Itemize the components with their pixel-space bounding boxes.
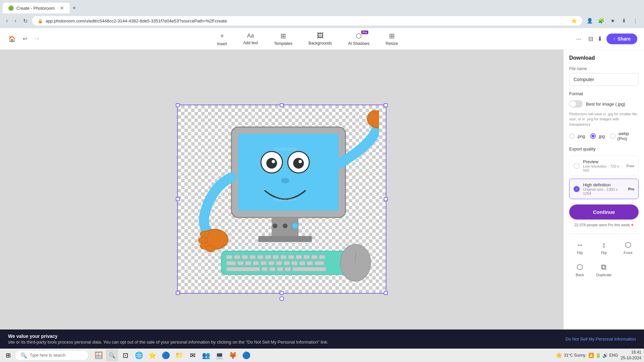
taskbar-apps: 🪟 🔍 ⊡ 🌐 ⭐ 🔵 📁 ✉ 👥 💻 🦊 🔵 [93,349,252,361]
lang-indicator[interactable]: ENG [609,353,618,358]
handle-bottom-right[interactable] [384,291,388,295]
rotate-handle[interactable] [279,296,284,301]
undo-button[interactable]: ↩ [20,34,30,44]
handle-bottom-left[interactable] [176,291,180,295]
add-text-tool[interactable]: Aa Add text [240,31,261,47]
clock-date: 25-10-2024 [621,355,641,361]
taskbar-app-teams[interactable]: 👥 [200,349,212,361]
tab-close-button[interactable]: ✕ [60,5,64,11]
svg-rect-34 [285,267,291,271]
taskbar-app-chrome[interactable]: 🔵 [160,349,172,361]
download-button[interactable]: ⬇ [597,35,602,43]
taskbar-app-firefox[interactable]: 🦊 [227,349,239,361]
share-button[interactable]: ↑ Share [606,34,637,44]
taskbar-app-windows[interactable]: 🪟 [93,349,105,361]
clock-time: 16:41 [621,350,641,355]
url-bar[interactable]: 🔒 app.photoroom.com/u/edit/c5448cc2-3144… [32,16,582,25]
taskbar-app-task-view[interactable]: ⊡ [119,349,131,361]
volume-icon[interactable]: 🔊 [602,353,608,358]
browser-tab-active[interactable]: 🟢 Create - Photoroom ✕ [3,3,70,13]
pro-badge: Pro [361,31,368,34]
browser-menu-icon[interactable]: ⋮ [631,16,640,25]
bookmark-icon[interactable]: ★ [608,16,617,25]
backgrounds-label: Backgrounds [309,41,332,46]
network-icon[interactable]: 🔼 [588,353,594,358]
start-button[interactable]: ⊞ [3,350,13,361]
privacy-text-block: We value your privacy site or its third-… [8,334,328,345]
reload-button[interactable]: ↻ [21,16,30,25]
ai-shadows-tool[interactable]: ⬡ Pro AI Shadows [345,31,372,47]
taskbar-app-star[interactable]: ⭐ [146,349,158,361]
profiles-icon[interactable]: 👤 [585,16,594,25]
handle-middle-left[interactable] [176,197,180,201]
svg-rect-6 [234,255,240,259]
flip-vertical-tool[interactable]: ↕ Flip [593,238,615,257]
front-tool[interactable]: ⬡ Front [617,238,639,257]
battery-icon[interactable]: 🔋 [595,353,601,358]
home-button[interactable]: 🏠 [7,34,17,44]
svg-rect-26 [291,261,298,265]
new-tab-button[interactable]: + [70,5,79,12]
backgrounds-tool[interactable]: 🖼 Backgrounds [306,31,335,47]
download-nav-icon[interactable]: ⬇ [619,16,629,25]
svg-point-55 [273,224,277,228]
more-options-button[interactable]: ··· [573,34,584,44]
svg-rect-30 [226,267,260,271]
svg-rect-33 [277,267,283,271]
canvas-area[interactable]: shuttertime shuttertime [0,50,564,349]
handle-top-middle[interactable] [280,103,284,107]
taskbar-app-mail[interactable]: ✉ [186,349,199,361]
redo-button[interactable]: ↪ [32,34,42,44]
toolbar-right: ··· ⊟ ⬇ ↑ Share [573,34,637,44]
flip-horizontal-tool[interactable]: ↔ Flip [569,238,591,257]
preview-radio [574,163,580,169]
taskbar-app-files[interactable]: 📁 [173,349,185,361]
svg-rect-9 [257,255,263,259]
handle-top-left[interactable] [176,103,180,107]
svg-point-51 [293,158,304,169]
extensions-icon[interactable]: 🧩 [596,16,606,25]
svg-rect-24 [276,261,282,265]
format-webp-option[interactable]: .webp (Pro) [610,131,639,141]
taskbar-app-chrome2[interactable]: 🔵 [240,349,252,361]
svg-rect-19 [237,261,244,265]
templates-tool[interactable]: ⊞ Templates [271,31,295,47]
taskbar-clock[interactable]: 16:41 25-10-2024 [621,350,641,361]
webp-label: .webp (Pro) [618,131,639,141]
taskbar-app-edge[interactable]: 🌐 [133,349,145,361]
pro-note: 22 078 people went Pro this week ♥ [569,223,639,227]
handle-middle-right[interactable] [384,197,388,201]
weather-info[interactable]: ☀️ 31°C Sunny [556,352,585,359]
format-jpg-option[interactable]: .jpg [590,133,605,139]
svg-point-39 [200,231,209,238]
tab-favicon: 🟢 [8,5,14,11]
layout-button[interactable]: ⊟ [588,35,593,43]
svg-rect-14 [296,255,302,259]
svg-point-57 [292,223,298,229]
best-for-image-toggle[interactable] [569,100,583,108]
svg-rect-17 [319,255,325,259]
forward-button[interactable]: › [12,16,18,25]
privacy-link[interactable]: Do Not Sell My Personal Information [566,337,636,342]
flip-v-icon: ↕ [602,241,606,249]
privacy-bar: We value your privacy site or its third-… [0,329,644,349]
taskbar-app-dev[interactable]: 💻 [213,349,225,361]
canvas-image[interactable]: shuttertime shuttertime [178,105,386,293]
file-name-input[interactable] [569,73,639,86]
back-button[interactable]: ‹ [4,16,10,25]
format-png-option[interactable]: .png [569,133,585,139]
duplicate-tool[interactable]: ⧉ Duplicate [593,260,615,280]
high-def-quality-option[interactable]: High definition Original size - 1300 x 1… [569,179,639,199]
preview-info: Preview Low resolution - 720 x 560 [583,159,623,172]
back-tool[interactable]: ⬡ Back [569,260,591,280]
taskbar-app-search[interactable]: 🔍 [106,349,118,361]
handle-bottom-middle[interactable] [280,291,284,295]
continue-button[interactable]: Continue [569,204,639,220]
preview-quality-option[interactable]: Preview Low resolution - 720 x 560 Free [569,156,639,176]
taskbar-search[interactable]: 🔍 Type here to search [15,350,89,360]
resize-tool[interactable]: ⊞ Resize [383,31,401,47]
svg-point-54 [281,178,289,183]
svg-rect-18 [226,261,236,265]
insert-tool[interactable]: ＋ Insert [214,30,230,48]
handle-top-right[interactable] [384,103,388,107]
